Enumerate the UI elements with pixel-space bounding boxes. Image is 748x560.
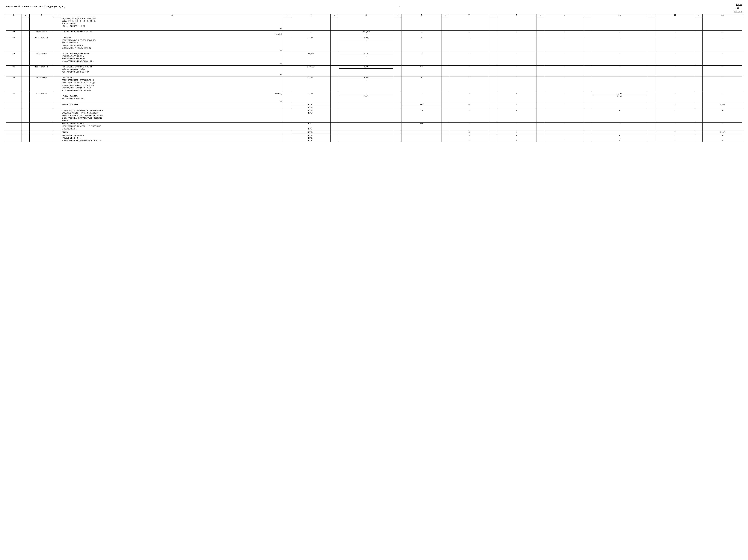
row-num: 33	[6, 36, 22, 52]
row-col9: -	[544, 92, 584, 103]
row-col4: -	[291, 30, 330, 36]
equipment-col5	[338, 122, 394, 131]
row-col4: 41,00	[291, 52, 330, 65]
total-row: ИТОГО ПО СМЕТЕ РУБ,РУБ, 405 5 4 - 7 0,02	[6, 103, 742, 109]
itogo-col11: 7	[655, 131, 695, 134]
itogo-row: ИТОГО: РУБ, 5 4 - 7 0,02	[6, 131, 742, 134]
col-header-5: 5	[338, 14, 394, 17]
normativ-col7: -	[449, 109, 489, 122]
nakl-col11: ---	[655, 134, 695, 142]
table-header-row: 1 : 2 : 3 : 4 : 5 : 6 : 7 : 8 : 9 : 10 :…	[6, 14, 742, 17]
row-col8: -	[497, 30, 536, 36]
normativ-col10: -	[592, 109, 647, 122]
row-col9	[544, 17, 584, 30]
row-col9: -	[544, 66, 584, 76]
row-col8: -	[497, 36, 536, 52]
normativ-row: НОРМАТИВ,УСЛОВНО-ЧИСТАЯ ПРОДУКЦИЯ –ЗАПАС…	[6, 109, 742, 122]
col-header-sep11: :	[695, 14, 703, 17]
row-col6	[402, 17, 441, 30]
itogo-col12: 0,02	[703, 131, 742, 134]
row-col6: 1	[402, 36, 441, 52]
equipment-col4: РУБ,РУБ,	[291, 122, 330, 131]
nakl-col12: ---	[703, 134, 742, 142]
row-col4	[291, 17, 330, 30]
col-header-3: 3	[61, 14, 283, 17]
nakl-col7: 3--	[449, 134, 489, 142]
row-code: 1507-7028	[29, 30, 53, 36]
col-header-1: 1	[6, 14, 22, 17]
table-row: 37 Ш11-766-6 КОМПЛ,-РАМА, РАЗМЕР,ММ:1000…	[6, 92, 742, 103]
row-col10	[592, 17, 647, 30]
col-header-sep5: :	[394, 14, 402, 17]
row-col12: -	[703, 92, 742, 103]
row-code-part	[29, 17, 53, 30]
col-header-sep4: :	[330, 14, 338, 17]
row-col5: 4,60-	[338, 76, 394, 92]
total-col10	[592, 103, 647, 109]
table-row: 32 1507-7028 -ПАТРОН РЕЗЬБОВОЙ=Е27ФП-011…	[6, 30, 742, 36]
row-col5	[338, 17, 394, 30]
row-col7: -	[449, 66, 489, 76]
row-col4: 1,00	[291, 92, 330, 103]
col-header-6: 6	[402, 14, 441, 17]
col-header-sep8: :	[536, 14, 544, 17]
row-col10: 2,000,01	[592, 92, 647, 103]
equipment-col7: -	[449, 122, 489, 131]
row-description: ДР,=П2Т,ТВ,ТП,ПЕ,ВПК-2000,ВУ- 222А,НКР-1…	[61, 17, 283, 30]
col-header-sep10: :	[647, 14, 655, 17]
total-empty2	[29, 103, 53, 109]
page-number: - 62 -	[733, 7, 742, 9]
table-row: 33 1517-1461-2 -ПРИБОРЫИЗМЕРИТЕЛЬНЫЕ,РЕГ…	[6, 36, 742, 52]
col-header-12: 12	[703, 14, 742, 17]
row-col9: -	[544, 76, 584, 92]
nakl-col8: ---	[497, 134, 536, 142]
row-col7	[449, 17, 489, 30]
row-col8: -	[497, 52, 536, 65]
row-col9: -	[544, 30, 584, 36]
row-description: -УСТАНОВКА ЗАЖИМА ОТВОДНОЙРЕЙКИ=ОТВОДНЫЕ…	[61, 66, 283, 76]
doc-number: 12128	[733, 4, 742, 6]
row-col12: -	[703, 30, 742, 36]
nakl-col10: ---	[592, 134, 647, 142]
row-num: 36	[6, 76, 22, 92]
row-code: 1517-1461-2	[29, 36, 53, 52]
total-col6: 405	[402, 103, 441, 109]
row-col11: -	[655, 36, 695, 52]
row-col10: -	[592, 30, 647, 36]
col-header-10: 10	[592, 14, 647, 17]
row-col8: 1	[497, 92, 536, 103]
col-header-sep7: :	[489, 14, 497, 17]
col-header-7: 7	[449, 14, 489, 17]
row-code: 1517-1509	[29, 76, 53, 92]
equipment-col11: -	[655, 122, 695, 131]
row-col11: -	[655, 66, 695, 76]
total-col5	[338, 103, 394, 109]
row-num: 34	[6, 52, 22, 65]
total-col11: 7	[655, 103, 695, 109]
row-code: Ш11-766-6	[29, 92, 53, 103]
col-header-sep2: :	[53, 14, 61, 17]
nakl-row: НАКЛАДНЫЕ РАСХОДЫ –НАКЛАДНЫЕ НУЧП –НОРМА…	[6, 134, 742, 142]
row-col7: -	[449, 52, 489, 65]
row-description: -ПАТРОН РЕЗЬБОВОЙ=Е27ФП-011000МТ	[61, 30, 283, 36]
nakl-col6	[402, 134, 441, 142]
nakl-col4: РУБ,РУБ,РУБ,	[291, 134, 330, 142]
nakl-label: НАКЛАДНЫЕ РАСХОДЫ –НАКЛАДНЫЕ НУЧП –НОРМА…	[61, 134, 283, 142]
col-header-11: 11	[655, 14, 695, 17]
table-row: ДР,=П2Т,ТВ,ТП,ПЕ,ВПК-2000,ВУ- 222А,НКР-1…	[6, 17, 742, 30]
normativ-col11: -	[655, 109, 695, 122]
row-col8: -	[497, 66, 536, 76]
row-col4: 1,00	[291, 36, 330, 52]
row-col11: -	[655, 30, 695, 36]
equipment-row: ИТОГО ОБОРУДОВАНИЯ:МАТЕРИАЛЬНЫЕ РЕСУРСЫ,…	[6, 122, 742, 131]
col-header-4: 4	[291, 14, 330, 17]
equipment-label: ИТОГО ОБОРУДОВАНИЯ:МАТЕРИАЛЬНЫЕ РЕСУРСЫ,…	[61, 122, 283, 131]
row-col7: 2	[449, 92, 489, 103]
equipment-col10: -	[592, 122, 647, 131]
row-code: 1517-1504	[29, 52, 53, 65]
row-col5: 250,00-	[338, 30, 394, 36]
itogo-col8: 4	[497, 131, 536, 134]
main-table: 1 : 2 : 3 : 4 : 5 : 6 : 7 : 8 : 9 : 10 :…	[6, 14, 742, 142]
normativ-col6: 10	[402, 109, 441, 122]
total-col8: 4	[497, 103, 536, 109]
